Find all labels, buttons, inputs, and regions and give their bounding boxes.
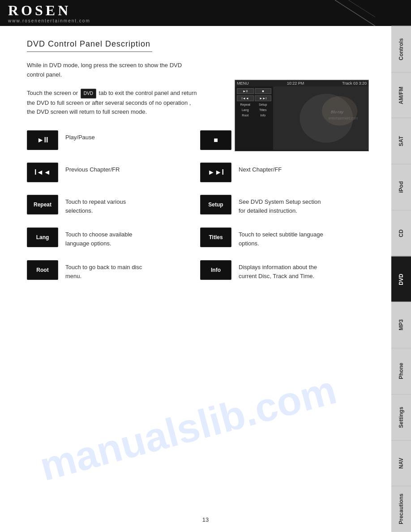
repeat-description: Touch to repeat various selections. bbox=[65, 195, 155, 215]
screen-tab-ipod: IPOD bbox=[257, 151, 264, 151]
prev-chapter-button[interactable]: I◄◄ bbox=[27, 163, 58, 182]
svg-text:entertainment.com: entertainment.com bbox=[329, 116, 358, 120]
screen-menu-bar: MENU 10:22 PM Track 03 3:20 bbox=[235, 80, 368, 86]
screen-tab-phone: PHONE bbox=[289, 151, 300, 151]
info-button[interactable]: Info bbox=[200, 260, 231, 280]
screen-label-row-3: Root Info bbox=[237, 113, 271, 117]
sidebar-tab-sat[interactable]: SAT bbox=[391, 118, 411, 164]
screen-prev-btn: I◄◄ bbox=[237, 95, 254, 101]
sidebar-tab-dvd[interactable]: DVD bbox=[391, 256, 411, 302]
screen-tab-cd: CD bbox=[266, 151, 270, 151]
titles-description: Touch to select subtitle language option… bbox=[239, 227, 328, 248]
screen-label-row-1: Repeat Setup bbox=[237, 103, 271, 107]
screen-track: Track 03 3:20 bbox=[342, 81, 367, 86]
playpause-button[interactable]: ►II bbox=[27, 130, 58, 150]
control-item-next: ►►I Next Chapter/FF bbox=[200, 163, 373, 182]
screen-tab-mp3: MP3 bbox=[281, 151, 287, 151]
header-decoration bbox=[321, 0, 375, 26]
info-description: Displays information about the current D… bbox=[239, 260, 328, 280]
screen-tab-sat: SAT bbox=[249, 151, 255, 151]
control-item-root: Root Touch to go back to main disc menu. bbox=[27, 260, 200, 280]
screen-titles-label: Titles bbox=[255, 108, 272, 112]
screen-tab-amfm: AM/FM bbox=[237, 151, 247, 151]
screen-label-row-2: Lang Titles bbox=[237, 108, 271, 112]
logo-block: ROSEN www.rosenentertainment.com bbox=[8, 3, 90, 23]
controls-description-grid: ►II Play/Pause ■ Stop I◄◄ Previous Chapt… bbox=[27, 130, 373, 293]
next-chapter-button[interactable]: ►►I bbox=[200, 163, 231, 182]
brand-url: www.rosenentertainment.com bbox=[8, 18, 90, 23]
sidebar-tab-ipod[interactable]: iPod bbox=[391, 164, 411, 210]
control-item-prev: I◄◄ Previous Chapter/FR bbox=[27, 163, 200, 182]
screen-control-panel: ►II ■ I◄◄ ►►I Repeat Setup Lang Titles R… bbox=[235, 86, 273, 150]
sidebar-tab-precautions[interactable]: Precautions bbox=[391, 486, 411, 532]
titles-button[interactable]: Titles bbox=[200, 227, 231, 247]
screen-info-label: Info bbox=[255, 113, 272, 117]
stop-button[interactable]: ■ bbox=[200, 130, 231, 150]
control-item-lang: Lang Touch to choose available language … bbox=[27, 227, 200, 248]
dvd-inline-button[interactable]: DVD bbox=[81, 89, 96, 99]
dvd-screen-preview: MENU 10:22 PM Track 03 3:20 ►II ■ I◄◄ ►►… bbox=[235, 80, 369, 151]
control-item-info: Info Displays information about the curr… bbox=[200, 260, 373, 280]
page-title: DVD Control Panel Description bbox=[27, 39, 373, 49]
repeat-button[interactable]: Repeat bbox=[27, 195, 58, 215]
control-item-repeat: Repeat Touch to repeat various selection… bbox=[27, 195, 200, 215]
setup-description: See DVD System Setup section for detaile… bbox=[239, 195, 328, 215]
screen-setup-label: Setup bbox=[255, 103, 272, 107]
lang-description: Touch to choose available language optio… bbox=[65, 227, 155, 248]
screen-tabs-bar: AM/FM SAT IPOD CD DVD MP3 PHONE bbox=[235, 150, 368, 151]
root-description: Touch to go back to main disc menu. bbox=[65, 260, 155, 280]
sidebar-tab-phone[interactable]: Phone bbox=[391, 348, 411, 394]
sidebar: Controls AM/FM SAT iPod CD DVD MP3 Phone… bbox=[391, 26, 411, 532]
title-divider bbox=[27, 51, 152, 52]
intro-paragraph-2: Touch the screen or DVD tab to exit the … bbox=[27, 89, 197, 117]
screen-playpause-btn: ►II bbox=[237, 88, 254, 94]
lang-button[interactable]: Lang bbox=[27, 227, 58, 247]
header: ROSEN www.rosenentertainment.com bbox=[0, 0, 411, 26]
screen-lang-label: Lang bbox=[237, 108, 254, 112]
sidebar-tab-amfm[interactable]: AM/FM bbox=[391, 72, 411, 118]
sidebar-tab-settings[interactable]: Settings bbox=[391, 394, 411, 440]
screen-btn-row-2: I◄◄ ►►I bbox=[237, 95, 271, 101]
watermark: manualslib.com bbox=[35, 367, 341, 490]
screen-menu-label: MENU bbox=[237, 81, 249, 86]
screen-repeat-label: Repeat bbox=[237, 103, 254, 107]
page-number: 13 bbox=[202, 516, 209, 523]
svg-line-1 bbox=[348, 0, 375, 17]
screen-body: ►II ■ I◄◄ ►►I Repeat Setup Lang Titles R… bbox=[235, 86, 368, 150]
control-item-playpause: ►II Play/Pause bbox=[27, 130, 200, 150]
screen-time: 10:22 PM bbox=[287, 81, 304, 86]
setup-button[interactable]: Setup bbox=[200, 195, 231, 215]
control-item-setup: Setup See DVD System Setup section for d… bbox=[200, 195, 373, 215]
sidebar-tab-cd[interactable]: CD bbox=[391, 210, 411, 256]
screen-stop-btn: ■ bbox=[255, 88, 272, 94]
root-button[interactable]: Root bbox=[27, 260, 58, 280]
screen-next-btn: ►►I bbox=[255, 95, 272, 101]
screen-tab-dvd: DVD bbox=[272, 151, 279, 151]
svg-text:Blu-ray: Blu-ray bbox=[331, 110, 344, 114]
screen-root-label: Root bbox=[237, 113, 254, 117]
intro-text-before: Touch the screen or bbox=[27, 90, 80, 96]
sidebar-tab-mp3[interactable]: MP3 bbox=[391, 302, 411, 348]
prev-chapter-description: Previous Chapter/FR bbox=[65, 163, 120, 174]
sidebar-tab-nav[interactable]: NAV bbox=[391, 440, 411, 486]
playpause-description: Play/Pause bbox=[65, 130, 95, 142]
control-item-titles: Titles Touch to select subtitle language… bbox=[200, 227, 373, 248]
screen-btn-row-1: ►II ■ bbox=[237, 88, 271, 94]
intro-paragraph-1: While in DVD mode, long press the screen… bbox=[27, 61, 197, 80]
sidebar-tab-controls[interactable]: Controls bbox=[391, 26, 411, 72]
screen-video-area: Blu-ray entertainment.com bbox=[273, 86, 368, 150]
next-chapter-description: Next Chapter/FF bbox=[239, 163, 282, 174]
main-content: DVD Control Panel Description While in D… bbox=[0, 26, 391, 532]
brand-logo: ROSEN bbox=[8, 3, 90, 17]
